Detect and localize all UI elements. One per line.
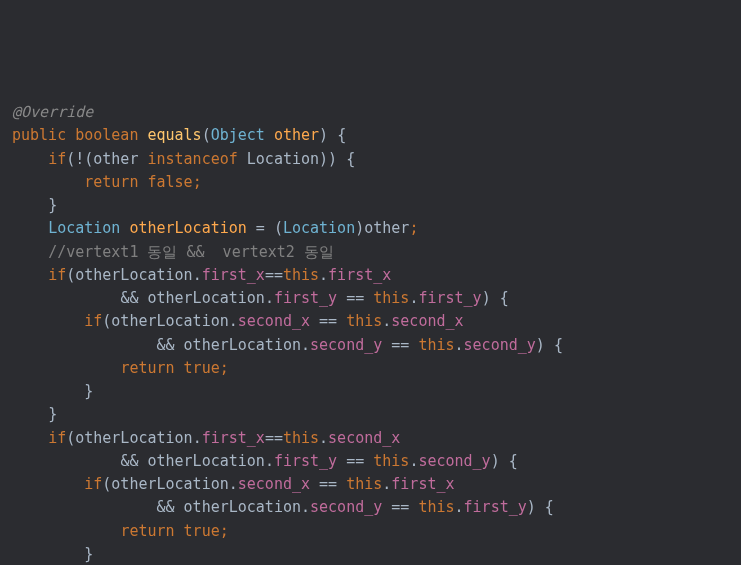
semicolon: ;	[220, 359, 229, 377]
code-line: return true;	[12, 520, 729, 543]
field: first_x	[391, 475, 454, 493]
code-line: Location otherLocation = (Location)other…	[12, 217, 729, 240]
method-name: equals	[147, 126, 201, 144]
keyword-this: this	[283, 429, 319, 447]
paren: (	[66, 150, 75, 168]
dot: .	[455, 336, 464, 354]
dot: .	[455, 498, 464, 516]
paren: )	[482, 289, 491, 307]
brace: {	[545, 498, 554, 516]
paren: (	[102, 475, 111, 493]
keyword-if: if	[48, 429, 66, 447]
code-line: }	[12, 543, 729, 565]
keyword-public: public	[12, 126, 66, 144]
eqeq: ==	[319, 312, 337, 330]
brace: {	[500, 289, 509, 307]
code-line: if(!(other instanceof Location)) {	[12, 148, 729, 171]
annotation: @Override	[12, 103, 93, 121]
paren: (	[102, 312, 111, 330]
paren: )	[527, 498, 536, 516]
code-line: //vertext1 동일 && vertext2 동일	[12, 241, 729, 264]
code-line: return false;	[12, 171, 729, 194]
assign: =	[256, 219, 265, 237]
eqeq: ==	[265, 429, 283, 447]
code-line: }	[12, 380, 729, 403]
semicolon: ;	[409, 219, 418, 237]
code-line: return true;	[12, 357, 729, 380]
field: second_x	[328, 429, 400, 447]
keyword-return: return	[84, 173, 138, 191]
semicolon: ;	[193, 173, 202, 191]
field: first_y	[274, 452, 337, 470]
code-line: && otherLocation.first_y == this.first_y…	[12, 287, 729, 310]
not-operator: !	[75, 150, 84, 168]
field: first_y	[274, 289, 337, 307]
object-ref: otherLocation	[75, 429, 192, 447]
keyword-this: this	[373, 289, 409, 307]
code-line: if(otherLocation.first_x==this.second_x	[12, 427, 729, 450]
code-line: if(otherLocation.second_x == this.second…	[12, 310, 729, 333]
paren: )	[319, 126, 328, 144]
keyword-boolean: boolean	[75, 126, 138, 144]
object-ref: otherLocation	[147, 452, 264, 470]
paren: )	[355, 219, 364, 237]
dot: .	[301, 498, 310, 516]
paren: (	[202, 126, 211, 144]
param-type: Object	[211, 126, 265, 144]
code-line: @Override	[12, 101, 729, 124]
dot: .	[265, 289, 274, 307]
param-name: other	[274, 126, 319, 144]
dot: .	[193, 266, 202, 284]
keyword-if: if	[84, 312, 102, 330]
keyword-if: if	[48, 150, 66, 168]
field: second_y	[418, 452, 490, 470]
paren: ))	[319, 150, 337, 168]
identifier: other	[364, 219, 409, 237]
keyword-return: return	[120, 522, 174, 540]
field: first_y	[464, 498, 527, 516]
keyword-this: this	[373, 452, 409, 470]
brace: }	[84, 382, 93, 400]
field: second_x	[238, 312, 310, 330]
class-name: Location	[247, 150, 319, 168]
boolean-literal: false	[147, 173, 192, 191]
comment: //vertext1 동일 && vertext2 동일	[48, 243, 334, 261]
keyword-return: return	[120, 359, 174, 377]
dot: .	[229, 475, 238, 493]
paren: (	[66, 266, 75, 284]
boolean-literal: true	[184, 522, 220, 540]
paren: (	[84, 150, 93, 168]
paren: (	[274, 219, 283, 237]
field: first_x	[202, 266, 265, 284]
field: first_x	[202, 429, 265, 447]
paren: )	[536, 336, 545, 354]
object-ref: otherLocation	[111, 312, 228, 330]
dot: .	[319, 266, 328, 284]
brace: {	[346, 150, 355, 168]
and-operator: &&	[157, 336, 175, 354]
brace: {	[554, 336, 563, 354]
field: first_y	[418, 289, 481, 307]
code-line: public boolean equals(Object other) {	[12, 124, 729, 147]
and-operator: &&	[120, 289, 138, 307]
code-line: && otherLocation.first_y == this.second_…	[12, 450, 729, 473]
eqeq: ==	[391, 336, 409, 354]
field: first_x	[328, 266, 391, 284]
field: second_x	[238, 475, 310, 493]
dot: .	[382, 475, 391, 493]
field: second_x	[391, 312, 463, 330]
object-ref: otherLocation	[75, 266, 192, 284]
and-operator: &&	[157, 498, 175, 516]
and-operator: &&	[120, 452, 138, 470]
code-line: if(otherLocation.first_x==this.first_x	[12, 264, 729, 287]
code-editor[interactable]: @Overridepublic boolean equals(Object ot…	[12, 101, 729, 565]
keyword-this: this	[346, 475, 382, 493]
keyword-if: if	[48, 266, 66, 284]
type-ref: Location	[48, 219, 120, 237]
eqeq: ==	[346, 452, 364, 470]
keyword-this: this	[346, 312, 382, 330]
brace: }	[48, 196, 57, 214]
object-ref: otherLocation	[184, 336, 301, 354]
cast-type: Location	[283, 219, 355, 237]
keyword-this: this	[418, 336, 454, 354]
